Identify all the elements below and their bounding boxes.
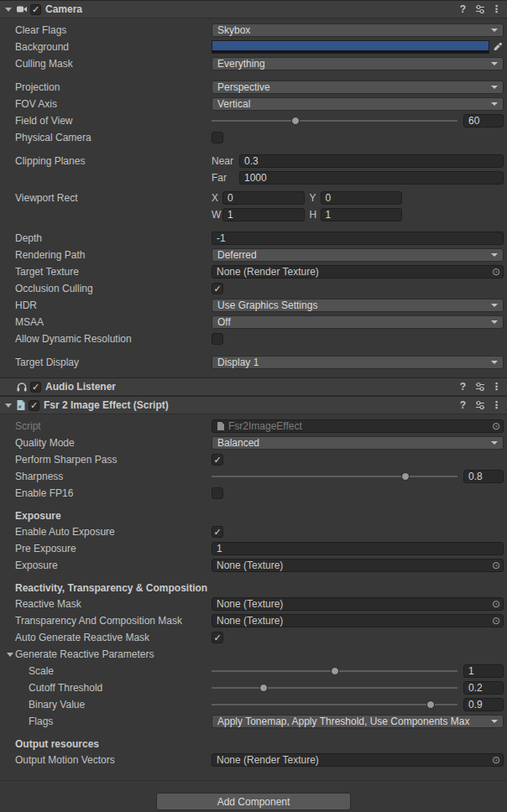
- help-icon[interactable]: ?: [456, 398, 470, 412]
- sharpness-slider[interactable]: [212, 470, 457, 483]
- clipping-near-row: Clipping Planes Near 0.3: [0, 153, 507, 169]
- object-picker-icon[interactable]: ⊙: [489, 598, 503, 610]
- perform-sharpen-pass-label: Perform Sharpen Pass: [15, 454, 212, 466]
- depth-value: -1: [217, 232, 226, 244]
- field-of-view-row: Field of View 60: [0, 112, 507, 129]
- pre-exposure-value: 1: [217, 543, 222, 554]
- scale-slider[interactable]: [212, 664, 457, 678]
- camera-enabled-checkbox[interactable]: ✓: [30, 4, 41, 15]
- flags-dropdown[interactable]: Apply Tonemap, Apply Threshold, Use Comp…: [212, 715, 504, 728]
- slider-thumb[interactable]: [426, 700, 435, 709]
- enable-auto-exposure-checkbox[interactable]: ✓: [212, 526, 223, 538]
- help-icon[interactable]: ?: [456, 3, 470, 16]
- auto-generate-reactive-mask-checkbox[interactable]: ✓: [212, 632, 223, 643]
- chevron-down-icon: [491, 29, 498, 32]
- fsr2-enabled-checkbox[interactable]: ✓: [29, 400, 39, 411]
- cutoff-threshold-value: 0.2: [468, 682, 483, 694]
- eyedropper-icon[interactable]: [491, 40, 504, 54]
- cutoff-threshold-slider[interactable]: [212, 681, 457, 695]
- audio-listener-enabled-checkbox[interactable]: ✓: [30, 382, 41, 393]
- kebab-menu-icon[interactable]: ⋮: [489, 380, 504, 393]
- object-picker-icon[interactable]: ⊙: [489, 420, 503, 432]
- fsr2-component-header[interactable]: # ✓ Fsr 2 Image Effect (Script) ? ⋮: [0, 396, 507, 414]
- reactive-mask-field[interactable]: None (Texture) ⊙: [212, 597, 504, 611]
- script-file-icon: [217, 421, 225, 431]
- presets-icon[interactable]: [473, 398, 487, 412]
- help-icon[interactable]: ?: [456, 380, 470, 393]
- kebab-menu-icon[interactable]: ⋮: [489, 3, 504, 16]
- exposure-field[interactable]: None (Texture) ⊙: [212, 559, 504, 572]
- fov-axis-dropdown[interactable]: Vertical: [212, 97, 504, 111]
- scale-input[interactable]: 1: [463, 664, 504, 678]
- viewport-y-input[interactable]: 0: [321, 191, 403, 205]
- camera-icon: [16, 3, 28, 15]
- perform-sharpen-pass-checkbox[interactable]: ✓: [212, 454, 223, 466]
- script-field: Fsr2ImageEffect ⊙: [212, 419, 504, 433]
- clear-flags-dropdown[interactable]: Skybox: [212, 23, 504, 37]
- physical-camera-checkbox[interactable]: [212, 132, 223, 143]
- object-picker-icon[interactable]: ⊙: [489, 560, 503, 571]
- kebab-menu-icon[interactable]: ⋮: [489, 398, 504, 412]
- depth-input[interactable]: -1: [212, 232, 504, 245]
- field-of-view-slider[interactable]: [212, 114, 457, 128]
- background-color-swatch[interactable]: [212, 40, 489, 54]
- flags-label: Flags: [29, 716, 212, 727]
- projection-dropdown[interactable]: Perspective: [212, 81, 504, 94]
- clipping-far-input[interactable]: 1000: [239, 171, 504, 185]
- cutoff-threshold-input[interactable]: 0.2: [463, 681, 504, 695]
- cutoff-threshold-label: Cutoff Threshold: [29, 682, 212, 694]
- presets-icon[interactable]: [473, 380, 487, 393]
- sharpness-row: Sharpness 0.8: [0, 468, 507, 485]
- viewport-x-value: 0: [227, 192, 233, 204]
- chevron-down-icon: [491, 720, 498, 723]
- msaa-dropdown[interactable]: Off: [212, 315, 504, 329]
- hdr-dropdown[interactable]: Use Graphics Settings: [212, 299, 504, 312]
- slider-thumb[interactable]: [401, 472, 410, 481]
- culling-mask-label: Culling Mask: [15, 58, 212, 70]
- slider-thumb[interactable]: [259, 684, 268, 692]
- occlusion-culling-row: Occlusion Culling ✓: [0, 280, 507, 297]
- viewport-x-input[interactable]: 0: [222, 191, 305, 205]
- binary-value-slider[interactable]: [212, 698, 457, 711]
- occlusion-culling-label: Occlusion Culling: [15, 283, 212, 294]
- object-picker-icon[interactable]: ⊙: [489, 615, 503, 627]
- enable-auto-exposure-row: Enable Auto Exposure ✓: [0, 523, 507, 540]
- add-component-button[interactable]: Add Component: [156, 793, 351, 810]
- output-motion-vectors-field[interactable]: None (Render Texture) ⊙: [212, 753, 504, 767]
- transparency-mask-field[interactable]: None (Texture) ⊙: [212, 614, 504, 627]
- reactive-mask-label: Reactive Mask: [15, 598, 212, 610]
- auto-generate-reactive-mask-label: Auto Generate Reactive Mask: [15, 632, 212, 643]
- binary-value-input[interactable]: 0.9: [463, 698, 504, 711]
- enable-fp16-checkbox[interactable]: [212, 487, 223, 499]
- enable-fp16-row: Enable FP16: [0, 485, 507, 502]
- viewport-h-input[interactable]: 1: [321, 208, 403, 221]
- camera-foldout-arrow-icon[interactable]: [3, 4, 13, 14]
- viewport-w-input[interactable]: 1: [222, 208, 305, 221]
- slider-thumb[interactable]: [291, 117, 300, 125]
- audio-listener-component-header[interactable]: ✓ Audio Listener ? ⋮: [0, 377, 507, 396]
- object-picker-icon[interactable]: ⊙: [489, 266, 503, 278]
- occlusion-culling-checkbox[interactable]: ✓: [212, 283, 223, 294]
- object-picker-icon[interactable]: ⊙: [489, 754, 503, 766]
- target-texture-row: Target Texture None (Render Texture) ⊙: [0, 263, 507, 280]
- generate-reactive-parameters-row[interactable]: Generate Reactive Parameters: [0, 646, 507, 663]
- slider-thumb[interactable]: [331, 667, 339, 675]
- physical-camera-row: Physical Camera: [0, 129, 507, 146]
- clipping-near-input[interactable]: 0.3: [239, 154, 504, 168]
- script-value: Fsr2ImageEffect: [228, 420, 489, 432]
- target-display-dropdown[interactable]: Display 1: [212, 356, 504, 369]
- output-motion-vectors-value: None (Render Texture): [217, 754, 489, 766]
- pre-exposure-input[interactable]: 1: [212, 542, 504, 555]
- quality-mode-dropdown[interactable]: Balanced: [212, 436, 504, 450]
- culling-mask-dropdown[interactable]: Everything: [212, 57, 504, 70]
- field-of-view-input[interactable]: 60: [463, 114, 504, 128]
- allow-dynamic-resolution-checkbox[interactable]: [212, 333, 223, 345]
- color-alpha-bar: [212, 50, 489, 53]
- fsr2-foldout-arrow-icon[interactable]: [3, 400, 13, 410]
- target-texture-field[interactable]: None (Render Texture) ⊙: [212, 265, 504, 278]
- camera-component-header[interactable]: ✓ Camera ? ⋮: [0, 0, 507, 18]
- rendering-path-dropdown[interactable]: Deferred: [212, 248, 504, 262]
- sharpness-input[interactable]: 0.8: [463, 470, 504, 483]
- foldout-arrow-icon[interactable]: [5, 649, 15, 659]
- presets-icon[interactable]: [473, 3, 487, 16]
